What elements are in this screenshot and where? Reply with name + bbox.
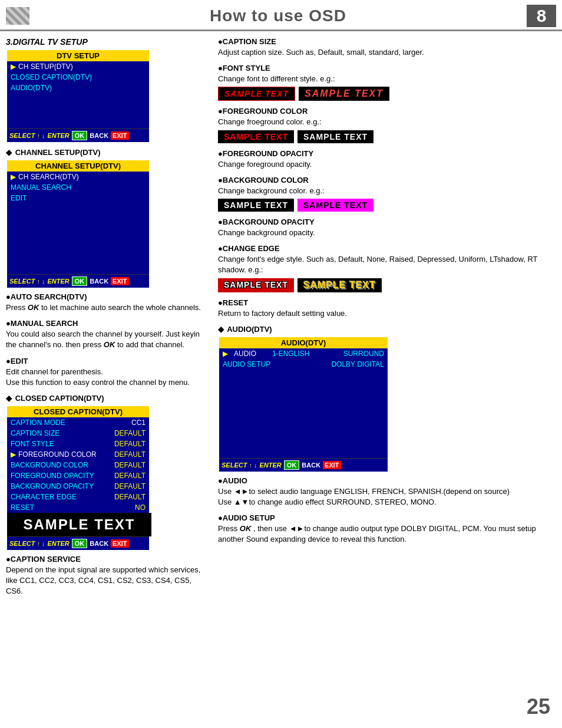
audio-info-title: ●AUDIO bbox=[218, 476, 556, 485]
fg-color-sample1: SAMPLE TEXT bbox=[218, 130, 294, 143]
exit-button[interactable]: EXIT bbox=[111, 277, 128, 285]
cc-menu-footer: SELECT ↑ ↓ ENTER OK BACK EXIT bbox=[7, 536, 149, 550]
audio-menu-title: AUDIO(DTV) bbox=[219, 337, 388, 348]
diamond-icon: ◆ bbox=[218, 325, 224, 334]
font-style-sample2: SAMPLE TEXT bbox=[299, 87, 389, 101]
bg-color-sample2: SAMPLE TEXT bbox=[297, 199, 373, 212]
audio-setup-section: ●AUDIO SETUP Press OK , then use ◄►to ch… bbox=[218, 513, 556, 545]
caption-service-text: Depend on the input signal are supported… bbox=[6, 565, 206, 597]
ok-button[interactable]: OK bbox=[72, 131, 88, 140]
font-style-samples: SAMPLE TEXT SAMPLE TEXT bbox=[218, 87, 556, 101]
audio-surround: SURROUND bbox=[343, 350, 384, 358]
section-title: 3.DIGITAL TV SETUP bbox=[6, 37, 206, 47]
bg-color-title: ●BACKGROUND COLOR bbox=[218, 176, 556, 185]
caption-service-section: ●CAPTION SERVICE Depend on the input sig… bbox=[6, 555, 206, 597]
channel-menu-footer: SELECT ↑ ↓ ENTER OK BACK EXIT bbox=[7, 274, 149, 288]
channel-setup-subtitle: ◆ CHANNEL SETUP(DTV) bbox=[6, 148, 206, 157]
fg-opacity-section: ●FOREGROUND OPACITY Change foreground op… bbox=[218, 149, 556, 170]
audio-label: AUDIO bbox=[234, 350, 266, 358]
fg-color-sample2: SAMPLE TEXT bbox=[297, 130, 373, 143]
edit-title: ●EDIT bbox=[6, 357, 206, 365]
cc-foreground-opacity: FOREGROUND OPACITY DEFAULT bbox=[7, 470, 149, 481]
arrow-icon: ▶ bbox=[223, 350, 228, 358]
chapter-number: 8 bbox=[527, 5, 556, 27]
font-style-sample1: SAMPLE TEXT bbox=[218, 87, 295, 101]
caption-size-title: ●CAPTION SIZE bbox=[218, 37, 556, 46]
exit-button[interactable]: EXIT bbox=[111, 539, 128, 548]
enter-label: ENTER bbox=[48, 278, 70, 285]
manual-search-item: MANUAL SEARCH bbox=[7, 182, 149, 193]
ok-button[interactable]: OK bbox=[72, 276, 88, 286]
enter-label: ENTER bbox=[260, 462, 282, 469]
audio-setup-text: Press OK , then use ◄►to change audio ou… bbox=[218, 523, 556, 545]
fg-opacity-title: ●FOREGROUND OPACITY bbox=[218, 149, 556, 158]
edit-text2: Use this function to easy control the ch… bbox=[6, 377, 206, 388]
bg-opacity-title: ●BACKGROUND OPACITY bbox=[218, 218, 556, 226]
dtv-menu-item-audio: AUDIO(DTV) bbox=[7, 83, 149, 93]
back-label: BACK bbox=[90, 278, 108, 285]
left-column: 3.DIGITAL TV SETUP DTV SETUP ▶ CH SETUP(… bbox=[6, 37, 206, 603]
bg-color-section: ●BACKGROUND COLOR Change background colo… bbox=[218, 176, 556, 212]
ok-ref: OK bbox=[28, 303, 39, 312]
closed-caption-menu: CLOSED CAPTION(DTV) CAPTION MODE CC1 CAP… bbox=[6, 405, 150, 551]
audio-menu-footer: SELECT ↑ ↓ ENTER OK BACK EXIT bbox=[219, 458, 388, 472]
audio-english: 1-ENGLISH bbox=[272, 350, 309, 358]
audio-setup-label: AUDIO SETUP bbox=[223, 360, 270, 368]
audio-setup-row: AUDIO SETUP DOLBY DIGITAL bbox=[219, 359, 388, 370]
back-label: BACK bbox=[90, 540, 108, 547]
foreground-color-section: ●FOREGROUND COLOR Change froeground colo… bbox=[218, 107, 556, 143]
bg-color-sample1: SAMPLE TEXT bbox=[218, 199, 294, 212]
reset-title: ●RESET bbox=[218, 298, 556, 307]
select-label: SELECT ↑ ↓ bbox=[9, 278, 45, 285]
select-label: SELECT ↑ ↓ bbox=[9, 540, 45, 547]
edit-item: EDIT bbox=[7, 193, 149, 203]
audio-row1: ▶ AUDIO 1-ENGLISH SURROUND bbox=[219, 348, 388, 359]
ch-search-item: ▶ CH SEARCH(DTV) bbox=[7, 172, 149, 182]
font-style-text: Change font to different style. e.g.: bbox=[218, 74, 556, 84]
diamond-icon: ◆ bbox=[6, 148, 12, 157]
page-number-bottom: 25 bbox=[527, 694, 550, 719]
diamond-icon: ◆ bbox=[6, 394, 12, 403]
arrow-icon: ▶ bbox=[11, 450, 16, 459]
bg-color-text: Change background color. e.g.: bbox=[218, 186, 556, 196]
auto-search-section: ●AUTO SEARCH(DTV) Press OK to let machin… bbox=[6, 292, 206, 313]
reset-section: ●RESET Return to factory default setting… bbox=[218, 298, 556, 319]
dtv-setup-menu: DTV SETUP ▶ CH SETUP(DTV) CLOSED CAPTION… bbox=[6, 49, 150, 143]
back-label: BACK bbox=[302, 462, 320, 469]
reset-text: Return to factory default setting value. bbox=[218, 308, 556, 319]
edit-text1: Edit channel for parenthesis. bbox=[6, 367, 206, 377]
auto-search-title: ●AUTO SEARCH(DTV) bbox=[6, 292, 206, 301]
cc-character-edge: CHARACTER EDGE DEFAULT bbox=[7, 492, 149, 502]
ok-ref: OK bbox=[104, 340, 115, 349]
arrow-icon: ▶ bbox=[11, 173, 16, 181]
cc-background-opacity: BACKGROUND OPACITY DEFAULT bbox=[7, 481, 149, 492]
page-header: How to use OSD 8 bbox=[0, 0, 562, 31]
caption-service-title: ●CAPTION SERVICE bbox=[6, 555, 206, 564]
dtv-menu-item-closed-caption: CLOSED CAPTION(DTV) bbox=[7, 72, 149, 83]
change-edge-section: ●CHANGE EDGE Change font's edge style. S… bbox=[218, 244, 556, 292]
caption-size-text: Adjust caption size. Such as, Default, s… bbox=[218, 47, 556, 58]
caption-size-section: ●CAPTION SIZE Adjust caption size. Such … bbox=[218, 37, 556, 58]
exit-button[interactable]: EXIT bbox=[111, 131, 128, 140]
change-edge-samples: SAMPLE TEXT SAMPLE TEXT bbox=[218, 278, 556, 292]
fg-color-samples: SAMPLE TEXT SAMPLE TEXT bbox=[218, 130, 556, 143]
select-label: SELECT ↑ ↓ bbox=[222, 462, 257, 469]
change-edge-text: Change font's edge style. Such as, Defau… bbox=[218, 254, 556, 275]
enter-label: ENTER bbox=[48, 540, 70, 547]
cc-font-style: FONT STYLE DEFAULT bbox=[7, 439, 149, 449]
logo-icon bbox=[6, 7, 29, 25]
dtv-menu-title: DTV SETUP bbox=[7, 50, 149, 61]
exit-button[interactable]: EXIT bbox=[323, 461, 340, 469]
main-content: 3.DIGITAL TV SETUP DTV SETUP ▶ CH SETUP(… bbox=[0, 31, 562, 609]
arrow-icon: ▶ bbox=[11, 62, 16, 71]
ok-button[interactable]: OK bbox=[72, 539, 88, 548]
audio-info-section: ●AUDIO Use ◄►to select audio language EN… bbox=[218, 476, 556, 508]
change-edge-title: ●CHANGE EDGE bbox=[218, 244, 556, 253]
dtv-menu-footer: SELECT ↑ ↓ ENTER OK BACK EXIT bbox=[7, 129, 149, 142]
bg-opacity-section: ●BACKGROUND OPACITY Change background op… bbox=[218, 218, 556, 238]
cc-caption-size: CAPTION SIZE DEFAULT bbox=[7, 428, 149, 439]
fg-opacity-text: Change foreground opacity. bbox=[218, 159, 556, 170]
ok-button[interactable]: OK bbox=[284, 460, 300, 470]
change-edge-sample2: SAMPLE TEXT bbox=[297, 278, 382, 292]
select-label: SELECT ↑ ↓ bbox=[9, 132, 45, 139]
